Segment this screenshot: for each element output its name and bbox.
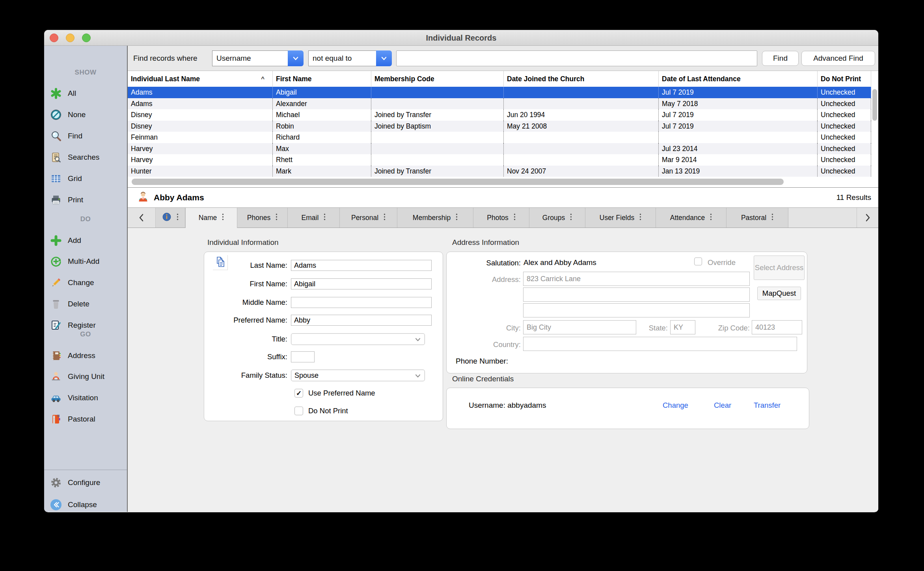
column-header-first-name[interactable]: First Name	[273, 71, 371, 87]
tab-pastoral[interactable]: Pastoral	[727, 208, 788, 228]
select-address-button[interactable]: Select Address	[754, 256, 805, 280]
tab-attendance[interactable]: Attendance	[656, 208, 727, 228]
tab-menu-icon[interactable]	[276, 213, 278, 222]
table-cell	[371, 87, 504, 98]
sidebar-section-show: SHOW	[44, 69, 127, 77]
table-row[interactable]: HarveyMaxJul 23 2014Unchecked	[128, 143, 871, 155]
first-name-input[interactable]	[291, 278, 432, 289]
last-name-input[interactable]	[291, 260, 432, 271]
address-line2-input[interactable]	[523, 287, 750, 302]
use-preferred-name-checkbox[interactable]: ✓	[294, 389, 303, 397]
table-cell: Michael	[273, 109, 371, 121]
column-header-last-attendance[interactable]: Date of Last Attendance	[659, 71, 818, 87]
table-cell: Richard	[273, 132, 371, 143]
zip-code-input[interactable]	[752, 320, 802, 334]
table-cell: Adams	[128, 98, 273, 110]
address-information-panel: Salutation: Alex and Abby Adams Override…	[446, 252, 807, 373]
transfer-link[interactable]: Transfer	[754, 401, 781, 410]
suffix-input[interactable]	[291, 351, 315, 362]
address-line3-input[interactable]	[523, 303, 750, 317]
search-value-input[interactable]	[396, 50, 757, 66]
tab-menu-icon[interactable]	[324, 213, 326, 222]
operator-select[interactable]: not equal to	[308, 50, 392, 66]
tab-menu-icon[interactable]	[177, 213, 179, 222]
column-header-date-joined[interactable]: Date Joined the Church	[504, 71, 659, 87]
title-select[interactable]	[291, 333, 425, 345]
sidebar-item-pastoral[interactable]: Pastoral	[49, 412, 127, 426]
do-not-print-checkbox[interactable]	[294, 407, 303, 415]
tabs-scroll-right-button[interactable]	[857, 208, 878, 228]
table-row[interactable]: AdamsAbigailJul 7 2019Unchecked	[128, 87, 871, 98]
city-input[interactable]	[523, 320, 636, 334]
mapquest-button[interactable]: MapQuest	[757, 287, 801, 300]
find-bar: Find records where Username not equal to…	[128, 46, 878, 71]
sidebar-item-giving-unit[interactable]: Giving Unit	[49, 369, 127, 384]
sidebar-item-address[interactable]: Address	[49, 349, 127, 363]
sidebar-item-configure[interactable]: Configure	[49, 476, 127, 490]
sidebar-item-visitation[interactable]: Visitation	[49, 391, 127, 405]
city-label: City:	[447, 324, 521, 332]
tab-menu-icon[interactable]	[384, 213, 386, 222]
chevron-down-icon	[376, 50, 392, 66]
table-row[interactable]: HarveyRhettMar 9 2014Unchecked	[128, 154, 871, 166]
sidebar-item-print[interactable]: Print	[49, 193, 127, 207]
table-cell: Abigail	[273, 87, 371, 98]
sidebar-item-searches[interactable]: Searches	[49, 150, 127, 164]
sidebar-item-none[interactable]: None	[49, 108, 127, 122]
sidebar-item-delete[interactable]: Delete	[49, 297, 127, 311]
sidebar-item-all[interactable]: All	[49, 86, 127, 101]
tab-menu-icon[interactable]	[570, 213, 572, 222]
table-cell	[371, 143, 504, 155]
sidebar-item-collapse[interactable]: Collapse	[49, 498, 127, 512]
horizontal-scrollbar-thumb[interactable]	[132, 179, 784, 185]
family-status-select[interactable]: Spouse	[291, 369, 425, 381]
tab-email[interactable]: Email	[288, 208, 340, 228]
sidebar-item-find[interactable]: Find	[49, 129, 127, 143]
tab-menu-icon[interactable]	[639, 213, 641, 222]
clear-link[interactable]: Clear	[714, 401, 731, 410]
override-checkbox[interactable]	[694, 258, 702, 265]
field-select[interactable]: Username	[212, 50, 304, 66]
table-cell: Joined by Transfer	[371, 166, 504, 177]
column-header-do-not-print[interactable]: Do Not Print	[818, 71, 871, 87]
tab-menu-icon[interactable]	[514, 213, 516, 222]
tab-user-fields[interactable]: User Fields	[585, 208, 656, 228]
table-row[interactable]: AdamsAlexanderMay 7 2018Unchecked	[128, 98, 871, 110]
sidebar-item-grid[interactable]: Grid	[49, 172, 127, 186]
title-bar: Individual Records	[44, 30, 878, 46]
middle-name-input[interactable]	[291, 297, 432, 308]
table-row[interactable]: FeinmanRichardUnchecked	[128, 132, 871, 143]
table-row[interactable]: DisneyMichaelJoined by TransferJun 20 19…	[128, 109, 871, 121]
country-input[interactable]	[523, 337, 797, 351]
address-line1-input[interactable]	[523, 272, 750, 286]
vertical-scrollbar-thumb[interactable]	[872, 89, 877, 121]
sidebar-item-add[interactable]: Add	[49, 233, 127, 248]
column-header-membership-code[interactable]: Membership Code	[371, 71, 504, 87]
tab-menu-icon[interactable]	[456, 213, 458, 222]
sidebar-item-change[interactable]: Change	[49, 276, 127, 290]
tab-menu-icon[interactable]	[771, 213, 773, 222]
salutation-label: Salutation:	[447, 259, 521, 267]
table-row[interactable]: DisneyRobinJoined by BaptismMay 21 2008J…	[128, 121, 871, 132]
tab-phones[interactable]: Phones	[237, 208, 288, 228]
tab-photos[interactable]: Photos	[473, 208, 529, 228]
tab-menu-icon[interactable]	[710, 213, 712, 222]
tab-membership[interactable]: Membership	[397, 208, 473, 228]
tab-name[interactable]: Name	[185, 208, 237, 228]
tab-personal[interactable]: Personal	[340, 208, 397, 228]
table-row[interactable]: HunterMarkJoined by TransferNov 24 2007J…	[128, 166, 871, 177]
advanced-find-button[interactable]: Advanced Find	[801, 51, 875, 66]
sidebar-item-multi-add[interactable]: Multi-Add	[49, 254, 127, 269]
tab-groups[interactable]: Groups	[529, 208, 585, 228]
use-preferred-name-row: ✓ Use Preferred Name	[294, 389, 443, 397]
column-header-last-name[interactable]: Individual Last Name^	[128, 71, 273, 87]
change-link[interactable]: Change	[663, 401, 688, 410]
tabs-scroll-left-button[interactable]	[128, 208, 156, 228]
table-cell: Feinman	[128, 132, 273, 143]
tab-info[interactable]	[156, 208, 185, 228]
state-input[interactable]	[670, 320, 695, 334]
tab-menu-icon[interactable]	[222, 213, 224, 222]
preferred-name-input[interactable]	[291, 315, 432, 326]
horizontal-scrollbar[interactable]	[128, 177, 871, 188]
find-button[interactable]: Find	[762, 51, 799, 66]
